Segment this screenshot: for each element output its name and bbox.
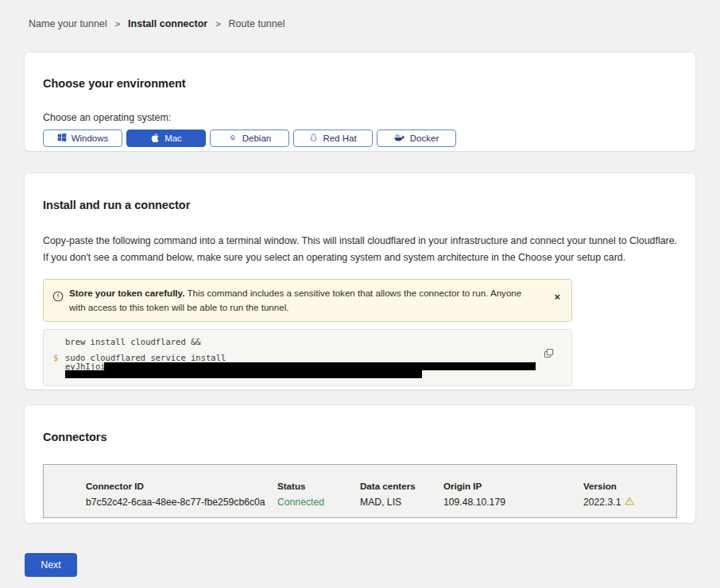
tux-penguin-icon (309, 133, 318, 145)
warning-triangle-icon (625, 497, 634, 508)
connectors-card-title: Connectors (43, 431, 677, 443)
info-circle-icon (52, 291, 64, 305)
environment-card-title: Choose your environment (43, 77, 677, 90)
token-warning-banner: Store your token carefully. This command… (43, 279, 572, 322)
os-button-docker[interactable]: Docker (377, 130, 456, 147)
col-header-version: Version (583, 481, 676, 491)
token-redaction-bar (104, 362, 536, 370)
token-redaction-bar (65, 370, 422, 378)
install-card-title: Install and run a connector (43, 199, 677, 211)
connectors-card: Connectors Connector ID Status Data cent… (25, 405, 695, 523)
os-button-redhat[interactable]: Red Hat (293, 130, 373, 147)
data-centers-value: MAD, LIS (360, 497, 443, 508)
col-header-connector-id: Connector ID (44, 481, 277, 491)
environment-card: Choose your environment Choose an operat… (25, 52, 695, 151)
breadcrumb-separator: > (215, 19, 220, 29)
install-description: Copy-paste the following command into a … (43, 233, 677, 267)
docker-whale-icon (394, 133, 405, 144)
next-button[interactable]: Next (25, 553, 77, 577)
os-button-label: Debian (242, 133, 271, 143)
os-button-label: Mac (165, 133, 182, 143)
os-button-mac[interactable]: Mac (126, 130, 206, 147)
connectors-table-header: Connector ID Status Data centers Origin … (44, 465, 676, 491)
shell-prompt: $ (53, 353, 58, 362)
os-button-label: Red Hat (323, 133, 356, 143)
install-command-codeblock: brew install cloudflared && $ sudo cloud… (43, 329, 572, 386)
debian-icon (228, 133, 238, 144)
col-header-data-centers: Data centers (360, 481, 443, 491)
os-select-label: Choose an operating system: (43, 112, 677, 123)
breadcrumb-separator: > (115, 19, 120, 29)
tunnel-setup-page: Name your tunnel > Install connector > R… (0, 0, 720, 588)
os-button-label: Windows (72, 133, 109, 143)
os-button-group: Windows Mac Debian (43, 130, 677, 147)
token-warning-text: Store your token carefully. This command… (69, 286, 562, 315)
apple-icon (150, 133, 160, 145)
token-warning-title: Store your token carefully. (69, 288, 184, 298)
version-value: 2022.3.1 (583, 497, 621, 508)
breadcrumb-install-connector[interactable]: Install connector (128, 18, 207, 29)
os-button-label: Docker (410, 133, 439, 143)
table-row: b7c52c42-6caa-48ee-8c77-fbe259cb6c0a Con… (44, 491, 676, 508)
os-button-debian[interactable]: Debian (210, 130, 289, 147)
col-header-status: Status (277, 481, 360, 491)
install-connector-card: Install and run a connector Copy-paste t… (25, 173, 695, 389)
status-badge: Connected (277, 497, 360, 508)
connectors-table: Connector ID Status Data centers Origin … (43, 464, 677, 518)
windows-icon (57, 133, 67, 144)
copy-icon[interactable] (542, 346, 555, 362)
os-button-windows[interactable]: Windows (43, 130, 122, 147)
connector-id-value: b7c52c42-6caa-48ee-8c77-fbe259cb6c0a (44, 497, 277, 508)
code-line-brew: brew install cloudflared && (65, 337, 201, 346)
origin-ip-value: 109.48.10.179 (443, 497, 583, 508)
breadcrumb: Name your tunnel > Install connector > R… (29, 18, 285, 29)
close-icon[interactable]: × (554, 292, 560, 302)
breadcrumb-name-your-tunnel[interactable]: Name your tunnel (29, 18, 107, 29)
col-header-origin-ip: Origin IP (443, 481, 583, 491)
breadcrumb-route-tunnel[interactable]: Route tunnel (229, 18, 285, 29)
